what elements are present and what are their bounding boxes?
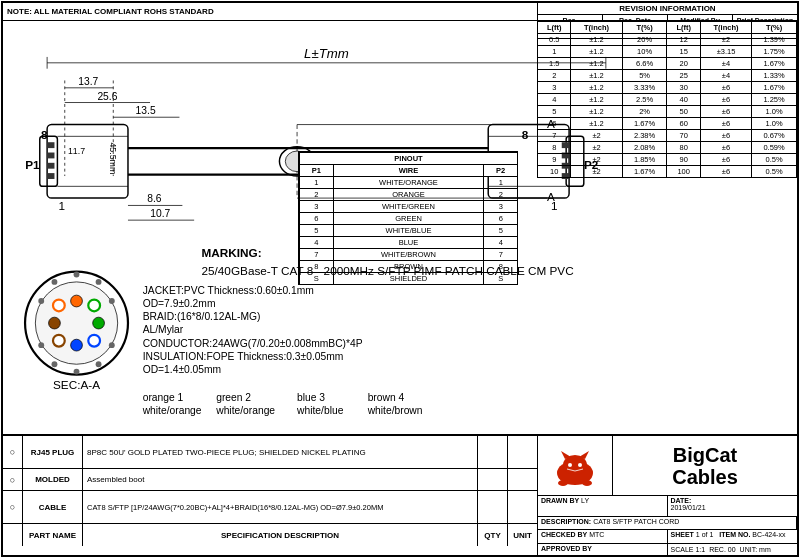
table-row: 3 (484, 201, 518, 213)
svg-text:orange 1: orange 1 (143, 392, 184, 403)
svg-text:AL/Mylar: AL/Mylar (143, 324, 184, 335)
table-row: 1.67% (622, 118, 667, 130)
table-row: ±1.2 (571, 82, 622, 94)
table-row: ±6 (700, 166, 751, 178)
svg-point-69 (38, 298, 44, 304)
svg-text:SEC:A-A: SEC:A-A (53, 378, 100, 391)
table-row: 8 (484, 261, 518, 273)
scale-cell: SCALE 1:1 REC. 00 UNIT: mm (668, 544, 798, 557)
brand-text: BigCat Cables (613, 436, 797, 495)
table-row: WHITE/BROWN (333, 249, 484, 261)
table-row: 2.5% (622, 94, 667, 106)
table-row: ±2 (571, 130, 622, 142)
table-row: 6 (538, 118, 571, 130)
svg-text:white/orange: white/orange (142, 405, 202, 416)
table-row: 15 (667, 46, 700, 58)
pinout-header-wire: WIRE (333, 165, 484, 177)
table-row: 4 (300, 237, 334, 249)
table-row: 7 (484, 249, 518, 261)
table-row: ±4 (700, 58, 751, 70)
desc-label: DESCRIPTION: (541, 518, 591, 525)
component-label-molded: MOLDED (23, 469, 83, 490)
svg-text:MARKING:: MARKING: (202, 246, 262, 259)
table-row: ±1.2 (571, 34, 622, 46)
logo-section: BigCat Cables (538, 436, 797, 496)
brand-name-line1: BigCat (673, 444, 737, 466)
svg-text:1: 1 (551, 199, 558, 212)
unit-molded (507, 469, 537, 490)
table-row: ±6 (700, 82, 751, 94)
table-row: 0.5 (538, 34, 571, 46)
unit-info: UNIT: mm (740, 546, 771, 553)
svg-point-91 (568, 463, 572, 467)
pinout-table: PINOUT P1 WIRE P2 1WHITE/ORANGE1 2ORANGE… (299, 152, 518, 285)
table-row: 7 (300, 249, 334, 261)
svg-rect-15 (47, 142, 54, 148)
pinout-title: PINOUT (300, 153, 518, 165)
table-row: 9 (538, 154, 571, 166)
table-row: 1.25% (752, 94, 797, 106)
svg-text:white/brown: white/brown (367, 405, 423, 416)
table-row: ±1.2 (571, 46, 622, 58)
table-row: 2 (538, 70, 571, 82)
table-row: WHITE/GREEN (333, 201, 484, 213)
table-row: 5 (484, 225, 518, 237)
table-row: 4 (484, 237, 518, 249)
table-row: ±2 (700, 34, 751, 46)
dim-col-tinch: T(inch) (571, 22, 622, 34)
table-row: 60 (667, 118, 700, 130)
svg-text:INSULATION:FOPE Thickness:0.3±: INSULATION:FOPE Thickness:0.3±0.05mm (143, 351, 344, 362)
table-row: 8 (300, 261, 334, 273)
sheet-value: 1 of 1 (696, 531, 714, 538)
desc-value: CAT8 S/FTP PATCH CORD (593, 518, 679, 525)
item-no-label: ITEM NO. (719, 531, 750, 538)
svg-point-53 (53, 300, 65, 312)
svg-point-67 (52, 361, 58, 367)
table-row: ±1.2 (571, 94, 622, 106)
svg-text:BRAID:(16*8/0.12AL-MG): BRAID:(16*8/0.12AL-MG) (143, 311, 261, 322)
table-row: 20% (622, 34, 667, 46)
svg-text:brown  4: brown 4 (368, 392, 405, 403)
svg-text:8: 8 (522, 128, 529, 141)
svg-point-55 (88, 300, 100, 312)
table-row: 2.38% (622, 130, 667, 142)
note-text: NOTE: ALL MATERIAL COMPLIANT ROHS STANDA… (7, 7, 214, 16)
svg-text:OD=1.4±0.05mm: OD=1.4±0.05mm (143, 364, 221, 375)
table-row: 8 (538, 142, 571, 154)
svg-point-63 (109, 298, 115, 304)
table-row: 1 (484, 177, 518, 189)
table-row: S (300, 273, 334, 285)
table-row: S (484, 273, 518, 285)
pinout-section: PINOUT P1 WIRE P2 1WHITE/ORANGE1 2ORANGE… (298, 151, 518, 285)
sheet-label: SHEET (671, 531, 694, 538)
svg-point-61 (74, 272, 80, 278)
table-row: 100 (667, 166, 700, 178)
table-row: 20 (667, 58, 700, 70)
table-row: BLUE (333, 237, 484, 249)
table-row: ±1.2 (571, 118, 622, 130)
qty-rj45 (477, 436, 507, 468)
table-row: ±6 (700, 142, 751, 154)
dim-col-lft: L(ft) (538, 22, 571, 34)
svg-text:blue  3: blue 3 (297, 392, 325, 403)
cat-logo (538, 436, 613, 495)
svg-text:11.7: 11.7 (68, 146, 85, 156)
svg-point-96 (582, 480, 592, 486)
unit-cable (507, 491, 537, 523)
table-row: 1.67% (752, 58, 797, 70)
qty-cable (477, 491, 507, 523)
svg-rect-18 (47, 173, 54, 179)
component-header-row: PART NAME SPECIFICATION DESCRIPTION QTY … (3, 524, 537, 546)
svg-rect-16 (47, 153, 54, 159)
svg-point-95 (558, 480, 568, 486)
component-symbol-cable: ○ (3, 491, 23, 523)
dim-col-lft2: L(ft) (667, 22, 700, 34)
sheet-cell: SHEET 1 of 1 ITEM NO. BC-424-xx (668, 530, 798, 544)
component-row-rj45: ○ RJ45 PLUG 8P8C 50U' GOLD PLATED TWO-PI… (3, 436, 537, 469)
table-row: ±1.2 (571, 58, 622, 70)
qty-molded (477, 469, 507, 490)
drawn-by-value: LY (581, 497, 589, 504)
scale-label: SCALE 1:1 (671, 546, 706, 553)
dimension-table: L(ft) T(inch) T(%) L(ft) T(inch) T(%) 0.… (537, 21, 797, 178)
svg-text:P1: P1 (25, 158, 40, 171)
